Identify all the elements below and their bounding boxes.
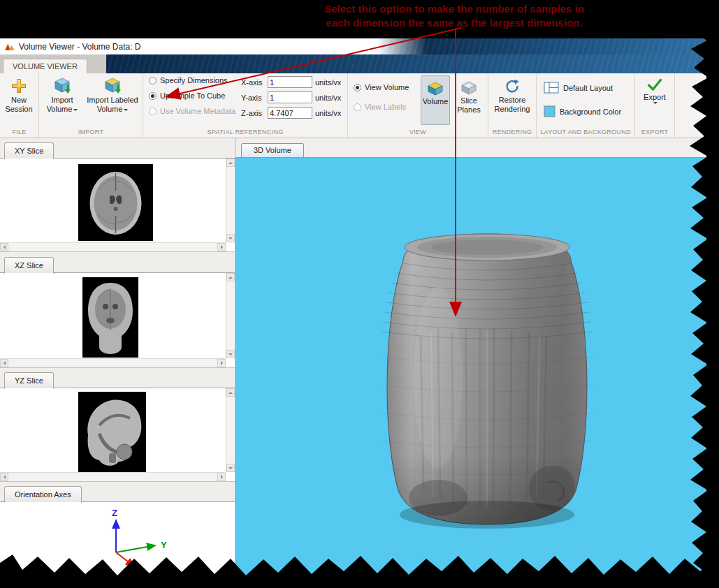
radio-specify-dimensions[interactable]: Specify Dimensions	[149, 76, 228, 84]
radio-label: Upsample To Cube	[160, 91, 225, 100]
radio-circle	[149, 108, 157, 115]
scroll-up-icon[interactable]	[226, 388, 235, 397]
radio-upsample-to-cube[interactable]: Upsample To Cube	[149, 91, 225, 100]
dropdown-caret-icon	[124, 109, 128, 113]
titlebar-banner	[377, 38, 706, 54]
x-axis-label: X-axis	[241, 78, 265, 87]
tab-yz-slice[interactable]: YZ Slice	[4, 372, 54, 389]
annotation-line-2: each dimension the same as the largest d…	[231, 16, 678, 30]
radio-view-labels[interactable]: View Labels	[354, 103, 406, 111]
import-volume-button[interactable]: Import Volume	[41, 78, 83, 113]
section-layout-background: Default Layout Background Color LAYOUT A…	[537, 73, 635, 138]
section-label-export: EXPORT	[635, 127, 674, 138]
titlebar: Volume Viewer - Volume Data: D	[0, 38, 706, 54]
z-axis-unit: units/vx	[315, 109, 341, 117]
background-color-swatch-icon	[544, 105, 555, 117]
horizontal-scrollbar[interactable]	[0, 358, 226, 367]
tab-xy-slice[interactable]: XY Slice	[4, 142, 54, 159]
dropdown-caret-icon	[653, 102, 658, 106]
section-spatial-referencing: Specify Dimensions Upsample To Cube Use …	[143, 73, 348, 138]
axis-z-label: Z	[112, 508, 117, 518]
main-tabstrip: 3D Volume	[235, 138, 706, 157]
background-color-button[interactable]: Background Color	[544, 105, 621, 117]
radio-use-volume-metadata[interactable]: Use Volume Metadata	[149, 107, 235, 115]
radio-circle-checked	[149, 92, 157, 100]
export-checkmark-icon	[646, 78, 663, 91]
screenshot-stage: Select this option to make the number of…	[0, 0, 719, 588]
xy-slice-view	[0, 158, 235, 252]
import-labeled-volume-icon	[103, 78, 122, 94]
scroll-left-icon[interactable]	[0, 359, 8, 367]
y-axis-label: Y-axis	[241, 94, 265, 102]
x-axis-input[interactable]	[268, 76, 312, 88]
scroll-right-icon[interactable]	[217, 243, 226, 251]
new-session-button[interactable]: New Session	[2, 78, 36, 113]
scroll-right-icon[interactable]	[217, 359, 226, 367]
ribbon-banner	[106, 54, 706, 73]
vertical-scrollbar[interactable]	[226, 273, 235, 358]
radio-view-volume[interactable]: View Volume	[354, 83, 409, 91]
y-axis-input[interactable]	[268, 91, 312, 103]
scroll-up-icon[interactable]	[226, 273, 235, 281]
import-volume-icon	[53, 78, 71, 94]
scroll-down-icon[interactable]	[226, 464, 235, 472]
restore-rendering-icon	[504, 78, 521, 94]
z-axis-field-row: Z-axis units/vx	[241, 107, 341, 119]
section-label-layout-background: LAYOUT AND BACKGROUND	[537, 127, 634, 138]
y-axis-field-row: Y-axis units/vx	[241, 91, 341, 103]
export-button[interactable]: Export	[639, 78, 670, 106]
section-label-import: IMPORT	[39, 127, 143, 138]
scroll-left-icon[interactable]	[0, 243, 8, 251]
window-title: Volume Viewer - Volume Data: D	[19, 42, 141, 52]
toolstrip-filler	[675, 73, 706, 138]
app-window: Volume Viewer - Volume Data: D VOLUME VI…	[0, 38, 706, 588]
scroll-left-icon[interactable]	[0, 473, 8, 481]
vertical-scrollbar[interactable]	[226, 159, 235, 242]
scroll-down-icon[interactable]	[226, 350, 235, 358]
default-layout-button[interactable]: Default Layout	[544, 82, 613, 94]
volume-button[interactable]: Volume	[421, 75, 450, 125]
restore-rendering-label: Restore Rendering	[491, 96, 534, 113]
radio-label: Specify Dimensions	[160, 76, 228, 84]
slice-planes-button[interactable]: Slice Planes	[453, 75, 485, 125]
annotation-callout: Select this option to make the number of…	[231, 2, 678, 29]
new-session-icon	[10, 78, 27, 94]
tab-xz-slice[interactable]: XZ Slice	[4, 257, 54, 274]
scroll-down-icon[interactable]	[226, 234, 235, 242]
section-file: New Session FILE	[0, 73, 39, 138]
tab-orientation-axes[interactable]: Orientation Axes	[4, 486, 82, 503]
import-volume-label: Import Volume	[41, 96, 83, 113]
ribbon-tab-row: VOLUME VIEWER	[0, 54, 706, 73]
y-axis-unit: units/vx	[315, 94, 341, 102]
annotation-line-1: Select this option to make the number of…	[231, 2, 678, 16]
horizontal-scrollbar[interactable]	[0, 472, 226, 481]
scroll-up-icon[interactable]	[226, 159, 235, 167]
radio-label: View Labels	[365, 103, 406, 111]
yz-slice-view	[0, 388, 235, 482]
z-axis-input[interactable]	[268, 107, 312, 119]
vertical-scrollbar[interactable]	[226, 388, 235, 472]
tab-volume-viewer[interactable]: VOLUME VIEWER	[3, 59, 87, 73]
volume-button-label: Volume	[423, 97, 449, 106]
scroll-right-icon[interactable]	[217, 473, 226, 481]
orientation-axes-image: Z Y X	[84, 508, 175, 578]
xy-slice-image	[78, 164, 153, 241]
radio-label: View Volume	[365, 83, 409, 91]
toolstrip: New Session FILE	[0, 73, 706, 138]
radio-label: Use Volume Metadata	[160, 107, 235, 115]
content-area: XY Slice	[0, 138, 706, 588]
restore-rendering-button[interactable]: Restore Rendering	[491, 78, 534, 113]
x-axis-unit: units/vx	[315, 78, 341, 87]
volume-viewer-canvas[interactable]	[235, 157, 706, 588]
xz-slice-view	[0, 272, 235, 368]
section-rendering: Restore Rendering RENDERING	[488, 73, 537, 138]
tab-3d-volume[interactable]: 3D Volume	[241, 143, 304, 157]
horizontal-scrollbar[interactable]	[0, 242, 226, 251]
new-session-label: New Session	[2, 96, 36, 113]
radio-circle-checked	[354, 84, 361, 91]
export-label: Export	[644, 93, 666, 102]
z-axis-label: Z-axis	[241, 109, 265, 117]
import-labeled-volume-button[interactable]: Import Labeled Volume	[85, 78, 140, 113]
xz-slice-image	[82, 277, 138, 358]
section-label-spatial-referencing: SPATIAL REFERENCING	[143, 127, 347, 138]
